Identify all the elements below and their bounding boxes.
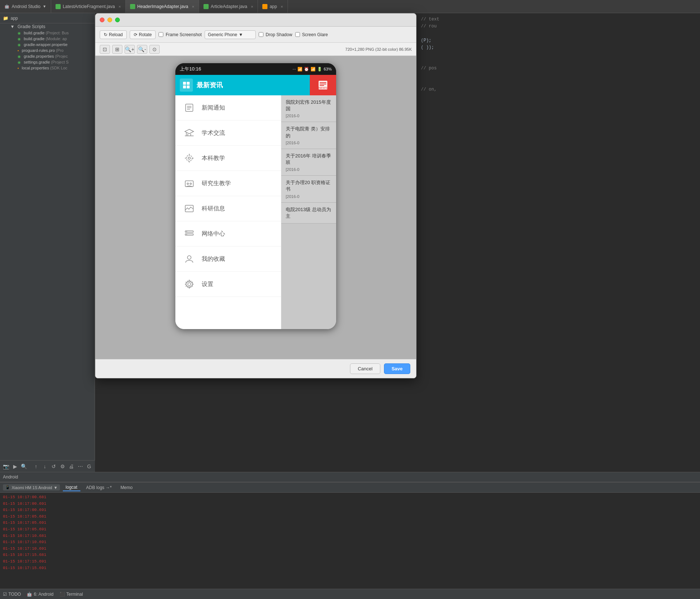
menu-item-grad[interactable]: 研究生教学 [175,171,281,196]
tab-android-project[interactable]: 🤖 Android Studio ▼ [0,0,51,13]
zoom-out-icon-btn[interactable]: 🔍- [137,45,147,54]
dropdown-arrow: ▼ [54,485,58,490]
cancel-button[interactable]: Cancel [350,363,380,374]
phone-model-dropdown[interactable]: Generic Phone ▼ [205,30,256,39]
gradle-icon: ◉ [18,31,21,35]
research-menu-icon [183,202,196,215]
android-terminal-item[interactable]: 🤖 6: Android [27,592,53,597]
menu-item-network[interactable]: 网络中心 [175,221,281,247]
tab-close-icon[interactable]: × [251,4,253,9]
tab-latest-article[interactable]: LatestArticleFragment.java × [51,0,126,13]
sidebar-item-build-gradle-module[interactable]: ◉ build.gradle (Module: ap [0,36,95,42]
battery-percent: 63% [324,67,332,71]
java-icon [203,4,209,9]
log-line: 01-15 10:17:15.691 [3,558,697,565]
sidebar-item-proguard[interactable]: ▪ proguard-rules.pro (Pro [0,47,95,53]
android-icon: 🤖 [4,4,9,9]
device-selector[interactable]: 📱 Xiaomi HM 1S Android ▼ [3,484,60,491]
play-icon-btn[interactable]: ▶ [12,462,18,470]
tab-close-icon[interactable]: × [281,4,283,9]
sidebar-item-gradle-wrapper[interactable]: ◉ gradle-wrapper.propertie [0,42,95,47]
terminal-item[interactable]: ⬛ Terminal [60,592,83,597]
print-icon-btn[interactable]: 🖨 [68,462,74,470]
drop-shadow-checkbox[interactable] [259,32,263,37]
tab-close-icon[interactable]: × [118,4,121,9]
phone-statusbar: 上午10:16 ··· 📶 ⏰ 📶 🔋 63% [175,63,336,75]
fit-icon-btn[interactable]: ⊡ [100,45,110,54]
zoom-in-icon-btn[interactable]: 🔍+ [125,45,135,54]
gradle-icon: ◉ [18,60,21,64]
screen-glare-checkbox[interactable] [295,32,300,37]
android-number-label: 6: Android [34,592,53,597]
article-date-1: [2016-0 [286,141,332,145]
subtoolbar-left: ⊡ ⊞ 🔍+ 🔍- ⊙ [100,45,160,54]
article-date-3: [2016-0 [286,194,332,199]
dots-icon-btn[interactable]: ⋯ [77,462,83,470]
build-icon-btn[interactable]: ⚙ [60,462,65,470]
log-line: 01-15 10:17:10.691 [3,546,697,552]
drop-shadow-checkbox-label[interactable]: Drop Shadow [259,32,292,37]
menu-item-news[interactable]: 新闻通知 [175,95,281,121]
rotate-button[interactable]: ⟳ Rotate [130,30,156,39]
article-title-1: 关于电院青 类）安排的 [286,126,332,139]
dots2-icon-btn[interactable]: G [86,462,92,470]
search-icon-btn[interactable]: 🔍 [21,462,27,470]
folder-icon: 📁 [3,16,8,21]
sidebar-item-gradle-properties[interactable]: ◉ gradle.properties (Projec [0,53,95,59]
minimize-button[interactable] [107,18,112,22]
tab-header-image[interactable]: HeaderImageAdapter.java × [126,0,199,13]
actual-size-icon-btn[interactable]: ⊞ [112,45,122,54]
tab-close-icon[interactable]: × [192,4,194,9]
sidebar-item-build-gradle-project[interactable]: ◉ build.gradle (Project: Bus [0,30,95,36]
refresh-icon-btn[interactable]: ↺ [51,462,57,470]
menu-label-settings: 设置 [202,281,213,288]
device-label: Xiaomi HM 1S Android [12,485,52,490]
article-item-3[interactable]: 关于办理20 职资格证书 [2016-0 [281,176,336,202]
article-date-0: [2016-0 [286,114,332,118]
code-line: ( )); [421,44,696,51]
menu-item-academic[interactable]: 学术交流 [175,121,281,146]
app-icon [262,4,267,9]
log-line: 01-15 10:17:05.681 [3,514,697,520]
article-title-2: 关于2016年 培训春季班 [286,153,332,166]
zoom-reset-icon-btn[interactable]: ⊙ [149,45,160,54]
android-label: Android Studio [12,4,41,9]
code-line: // rou [421,23,696,30]
camera-icon-btn[interactable]: 📷 [3,462,9,470]
article-item-1[interactable]: 关于电院青 类）安排的 [2016-0 [281,122,336,149]
up-icon-btn[interactable]: ↑ [33,462,39,470]
menu-item-research[interactable]: 科研信息 [175,196,281,221]
todo-item[interactable]: ☑ TODO [3,592,21,597]
tab-adb-logs[interactable]: ADB logs →* [83,484,115,491]
battery-icon: 🔋 [317,67,322,72]
sidebar-item-local-properties[interactable]: ▪ local.properties (SDK Loc [0,65,95,71]
drop-shadow-label: Drop Shadow [266,32,292,37]
menu-label-academic: 学术交流 [202,129,225,137]
file-name: build.gradle (Module: ap [24,37,67,41]
article-item-2[interactable]: 关于2016年 培训春季班 [2016-0 [281,149,336,176]
tab-logcat[interactable]: logcat [63,484,80,491]
frame-screenshot-checkbox[interactable] [159,32,163,37]
maximize-button[interactable] [115,18,120,22]
code-line: // text [421,16,696,23]
tab-label: ArticleAdapter.java [211,4,247,9]
article-item-0[interactable]: 我院刘宏伟 2015年度国 [2016-0 [281,95,336,122]
down-icon-btn[interactable]: ↓ [42,462,48,470]
log-area: 01-15 10:17:00.681 01-15 10:17:00.691 01… [0,493,700,573]
phone-articles: 我院刘宏伟 2015年度国 [2016-0 关于电院青 类）安排的 [2016-… [281,95,336,329]
save-button[interactable]: Save [384,363,410,374]
reload-button[interactable]: ↻ Reload [100,30,127,39]
menu-item-settings[interactable]: 设置 [175,272,281,297]
frame-screenshot-checkbox-label[interactable]: Frame Screenshot [159,32,202,37]
screen-glare-checkbox-label[interactable]: Screen Glare [295,32,328,37]
tab-memo[interactable]: Memo [118,484,136,491]
article-item-4[interactable]: 电院2013级 总动员为主 [281,203,336,224]
tab-article-adapter[interactable]: ArticleAdapter.java × [199,0,258,13]
menu-item-favorites[interactable]: 我的收藏 [175,247,281,272]
close-button[interactable] [100,18,104,22]
sidebar-item-settings-gradle[interactable]: ◉ settings.gradle (Project S [0,59,95,65]
tab-app[interactable]: app × [258,0,288,13]
sidebar-item-gradle-scripts[interactable]: ▼ Gradle Scripts [0,23,95,30]
header-left: 最新资讯 [175,75,310,95]
menu-item-undergrad[interactable]: 本科教学 [175,146,281,171]
